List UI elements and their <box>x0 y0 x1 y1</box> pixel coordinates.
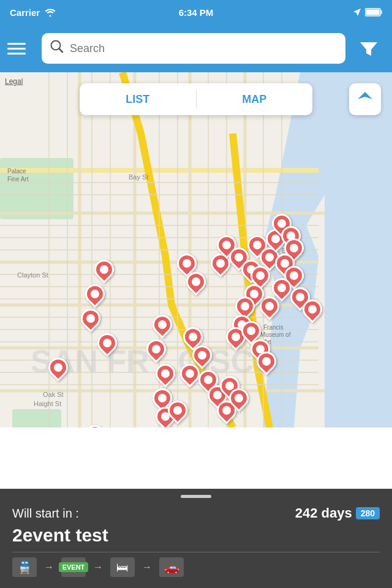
svg-line-4 <box>59 49 63 53</box>
legal-text[interactable]: Legal <box>5 77 23 86</box>
map-marker[interactable] <box>228 388 250 415</box>
wifi-icon <box>45 8 56 17</box>
map-marker[interactable] <box>96 333 118 360</box>
event-card[interactable]: Will start in : 242 days 280 2event test… <box>0 489 392 588</box>
marker-inner <box>91 290 99 298</box>
marker-inner <box>290 244 298 252</box>
marker-inner <box>161 369 170 378</box>
map-marker[interactable] <box>185 272 207 299</box>
marker-inner <box>183 259 191 268</box>
list-view-button[interactable]: LIST <box>80 83 196 115</box>
marker-inner <box>262 357 271 366</box>
map-view-toggle: LIST MAP <box>80 83 312 115</box>
marker-inner <box>192 277 200 286</box>
marker-inner <box>247 326 255 335</box>
marker-pin <box>182 268 209 295</box>
hotel-icon: 🛏 <box>110 557 135 577</box>
event-badge: EVENT <box>59 562 89 572</box>
map-marker[interactable] <box>145 339 167 366</box>
location-status-icon <box>353 8 361 17</box>
map-marker[interactable] <box>255 352 277 379</box>
marker-inner <box>186 369 194 378</box>
map-marker[interactable] <box>84 425 106 428</box>
marker-inner <box>158 394 167 402</box>
location-button[interactable] <box>349 83 381 115</box>
map-marker[interactable] <box>93 260 115 287</box>
hamburger-line-3 <box>7 53 26 55</box>
status-time: 6:34 PM <box>179 7 214 18</box>
card-days-count: 242 days <box>295 505 352 521</box>
card-hotel-icon-item: 🛏 <box>110 557 135 577</box>
svg-rect-9 <box>12 409 61 428</box>
map-view-button[interactable]: MAP <box>197 83 313 115</box>
card-event-title: 2event test <box>12 525 380 546</box>
card-icons-row: 🚆 → EVENT → 🛏 → 🚗 <box>12 552 380 579</box>
map-marker[interactable] <box>301 300 323 326</box>
map-marker[interactable] <box>151 315 173 342</box>
svg-text:Clayton St: Clayton St <box>17 271 48 279</box>
card-timer-row: Will start in : 242 days 280 <box>12 505 380 521</box>
marker-pin <box>81 280 108 307</box>
svg-text:Fine Art: Fine Art <box>7 176 29 183</box>
marker-pin <box>151 360 179 387</box>
svg-text:Bay St: Bay St <box>129 173 148 181</box>
marker-pin <box>148 311 176 338</box>
marker-pin <box>164 396 191 424</box>
filter-icon <box>359 39 379 58</box>
arrow-icon-2: → <box>93 562 103 573</box>
svg-rect-2 <box>366 10 380 15</box>
battery-icon <box>365 8 382 17</box>
map-marker[interactable] <box>80 309 102 336</box>
marker-inner <box>235 394 243 402</box>
marker-inner <box>265 302 274 311</box>
map-marker[interactable] <box>167 401 189 428</box>
marker-pin <box>90 255 118 283</box>
map-marker[interactable] <box>47 358 69 385</box>
svg-rect-1 <box>381 10 383 14</box>
marker-inner <box>198 351 206 360</box>
search-bar[interactable] <box>42 33 345 64</box>
filter-button[interactable] <box>353 32 385 64</box>
svg-marker-5 <box>360 42 377 56</box>
search-icon <box>50 40 64 57</box>
card-event-icon-item: EVENT <box>61 557 86 577</box>
arrow-icon-1: → <box>44 562 54 573</box>
map-marker[interactable] <box>84 284 106 311</box>
hamburger-line-1 <box>7 43 26 45</box>
marker-pin <box>142 335 170 363</box>
search-input[interactable] <box>70 42 337 55</box>
marker-inner <box>152 345 160 353</box>
card-handle <box>181 495 211 498</box>
map-marker[interactable] <box>154 364 176 391</box>
app-header <box>0 24 392 72</box>
card-route-badge: 280 <box>356 507 380 519</box>
event-icon: EVENT <box>61 557 86 577</box>
carrier-label: Carrier <box>10 7 40 18</box>
svg-text:Museum of: Museum of <box>260 331 291 338</box>
card-handle-area <box>0 489 392 500</box>
card-car-icon-item: 🚗 <box>159 557 184 577</box>
marker-inner <box>232 333 240 341</box>
marker-inner <box>103 339 111 347</box>
card-train-icon-item: 🚆 <box>12 557 37 577</box>
svg-text:Palace: Palace <box>7 168 26 175</box>
card-content: Will start in : 242 days 280 2event test… <box>0 500 392 588</box>
svg-text:Francis: Francis <box>263 324 284 331</box>
map-container[interactable]: Bay St Building Francis Museum of Art Pa… <box>0 72 392 428</box>
marker-pin <box>44 353 72 381</box>
svg-rect-7 <box>325 72 392 428</box>
svg-rect-8 <box>0 158 74 219</box>
car-icon: 🚗 <box>159 557 184 577</box>
marker-pin <box>77 304 104 332</box>
status-bar: Carrier 6:34 PM <box>0 0 392 24</box>
menu-button[interactable] <box>7 35 34 62</box>
marker-inner <box>86 314 95 323</box>
navigation-icon <box>356 91 374 108</box>
marker-inner <box>308 305 317 314</box>
marker-inner <box>100 265 108 274</box>
marker-inner <box>158 320 167 329</box>
marker-inner <box>241 302 249 311</box>
marker-inner <box>173 406 182 415</box>
card-will-start-label: Will start in : <box>12 507 79 521</box>
hamburger-line-2 <box>7 48 26 50</box>
